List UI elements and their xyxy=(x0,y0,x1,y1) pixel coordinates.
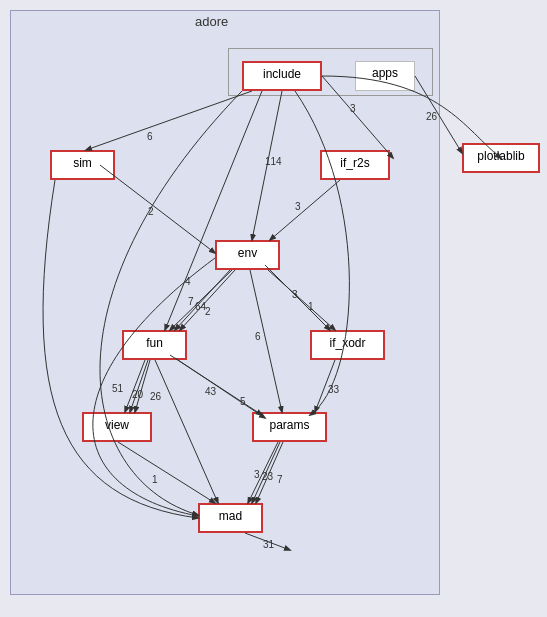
node-sim[interactable]: sim xyxy=(50,150,115,180)
node-mad[interactable]: mad xyxy=(198,503,263,533)
node-params[interactable]: params xyxy=(252,412,327,442)
adore-label: adore xyxy=(195,14,228,29)
node-include[interactable]: include xyxy=(242,61,322,91)
node-if-r2s[interactable]: if_r2s xyxy=(320,150,390,180)
node-fun[interactable]: fun xyxy=(122,330,187,360)
diagram-container: adore include apps sim if_r2s plotlablib… xyxy=(0,0,547,617)
node-if-xodr[interactable]: if_xodr xyxy=(310,330,385,360)
node-env[interactable]: env xyxy=(215,240,280,270)
node-view[interactable]: view xyxy=(82,412,152,442)
node-apps[interactable]: apps xyxy=(355,61,415,91)
node-plotlablib[interactable]: plotlablib xyxy=(462,143,540,173)
